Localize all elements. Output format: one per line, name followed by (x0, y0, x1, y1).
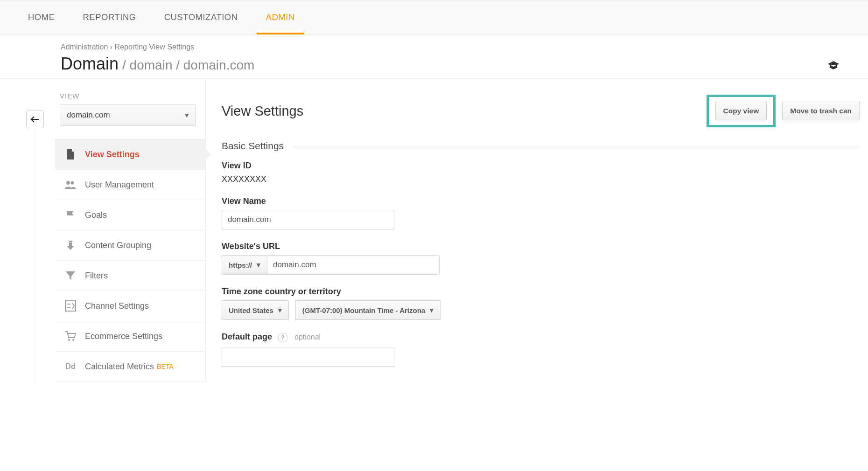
sidebar-item-label: Channel Settings (85, 301, 149, 311)
tab-label: CUSTOMIZATION (164, 12, 238, 22)
view-name-input[interactable] (222, 210, 394, 229)
website-url-input[interactable] (267, 255, 440, 275)
back-button[interactable] (26, 111, 44, 128)
url-protocol-value: https:// (229, 261, 252, 269)
sidebar-item-label: Calculated Metrics (85, 362, 154, 372)
calculated-metrics-icon: Dd (63, 361, 77, 372)
sidebar-item-content-grouping[interactable]: Content Grouping (55, 230, 205, 261)
tab-reporting[interactable]: REPORTING (69, 0, 150, 35)
graduation-cap-icon[interactable] (827, 58, 840, 73)
timezone-zone-value: (GMT-07:00) Mountain Time - Arizona (302, 306, 425, 314)
timezone-country-select[interactable]: United States ▾ (222, 300, 289, 320)
sidebar-item-label: View Settings (85, 150, 140, 159)
svg-point-1 (71, 181, 74, 185)
section-header: Basic Settings (222, 140, 868, 152)
chevron-down-icon: ▾ (185, 111, 189, 120)
view-name-label: View Name (222, 196, 868, 206)
breadcrumb-item[interactable]: Administration (61, 43, 108, 51)
sidebar-item-label: Goals (85, 210, 107, 220)
funnel-icon (63, 270, 77, 281)
sidebar-item-calculated-metrics[interactable]: Dd Calculated Metrics BETA (55, 352, 205, 381)
sidebar-item-view-settings[interactable]: View Settings (55, 139, 205, 170)
cart-icon (63, 331, 77, 342)
tab-label: ADMIN (266, 12, 295, 22)
divider (35, 128, 35, 382)
sidebar-column: VIEW domain.com ▾ View Settings User Man… (0, 79, 205, 382)
view-id-value: XXXXXXXX (222, 174, 868, 184)
channel-settings-icon (63, 300, 77, 312)
sidebar-item-label: Ecommerce Settings (85, 332, 162, 341)
beta-badge: BETA (157, 363, 174, 370)
tab-label: HOME (28, 12, 55, 22)
view-selector[interactable]: domain.com ▾ (60, 104, 196, 126)
view-heading: VIEW (60, 92, 205, 100)
sidebar-item-ecommerce-settings[interactable]: Ecommerce Settings (55, 321, 205, 352)
button-label: Copy view (723, 107, 759, 115)
breadcrumb-sep: › (110, 43, 112, 51)
svg-point-4 (72, 339, 74, 341)
timezone-zone-select[interactable]: (GMT-07:00) Mountain Time - Arizona ▾ (295, 300, 441, 320)
sidebar-item-channel-settings[interactable]: Channel Settings (55, 291, 205, 321)
website-url-label: Website's URL (222, 242, 868, 251)
tab-home[interactable]: HOME (14, 0, 69, 35)
optional-text: optional (294, 333, 321, 341)
section-title: Basic Settings (222, 140, 292, 152)
svg-point-3 (68, 339, 70, 341)
sidebar-item-goals[interactable]: Goals (55, 200, 205, 230)
highlight-box: Copy view (707, 95, 776, 127)
main-heading: View Settings (222, 104, 303, 119)
sidebar-item-user-management[interactable]: User Management (55, 170, 205, 200)
tab-label: REPORTING (83, 12, 136, 22)
help-icon[interactable]: ? (278, 333, 287, 342)
page-title: Domain (61, 54, 119, 74)
sidebar-item-label: User Management (85, 180, 154, 190)
default-page-label: Default page ? optional (222, 332, 321, 341)
sidebar-item-label: Filters (85, 271, 108, 281)
main-content: View Settings Copy view Move to trash ca… (205, 79, 868, 382)
users-icon (63, 179, 77, 190)
chevron-down-icon: ▾ (278, 306, 282, 314)
svg-point-0 (66, 181, 70, 185)
breadcrumb: Administration › Reporting View Settings (61, 43, 849, 51)
document-icon (63, 149, 77, 160)
move-to-trash-button[interactable]: Move to trash can (782, 102, 860, 120)
tab-customization[interactable]: CUSTOMIZATION (150, 0, 252, 35)
content-grouping-icon (63, 240, 77, 251)
top-nav: HOME REPORTING CUSTOMIZATION ADMIN (0, 0, 868, 35)
default-page-input[interactable] (222, 347, 394, 367)
tab-admin[interactable]: ADMIN (252, 0, 309, 35)
copy-view-button[interactable]: Copy view (715, 102, 767, 120)
timezone-label: Time zone country or territory (222, 287, 868, 297)
flag-icon (63, 209, 77, 221)
view-selector-value: domain.com (67, 111, 110, 120)
chevron-down-icon: ▾ (430, 306, 434, 314)
back-arrow-icon (30, 113, 40, 125)
sidebar-item-filters[interactable]: Filters (55, 261, 205, 291)
sidebar-item-label: Content Grouping (85, 241, 151, 250)
view-id-label: View ID (222, 161, 868, 171)
url-protocol-select[interactable]: https:// ▾ (222, 255, 267, 275)
button-label: Move to trash can (790, 107, 852, 115)
page-title-path: / domain / domain.com (122, 58, 254, 73)
breadcrumb-item[interactable]: Reporting View Settings (115, 43, 194, 51)
divider (292, 146, 860, 146)
chevron-down-icon: ▾ (257, 261, 260, 269)
timezone-country-value: United States (229, 306, 273, 314)
page-header: Administration › Reporting View Settings… (0, 35, 868, 79)
sidebar-list: View Settings User Management Goals Cont… (55, 139, 205, 382)
